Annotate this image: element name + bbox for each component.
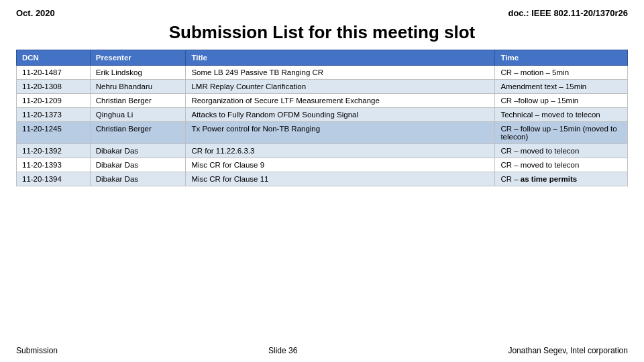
table-row: 11-20-1308Nehru BhandaruLMR Replay Count… [17, 80, 628, 94]
cell-time: CR –follow up – 15min [495, 94, 628, 108]
table-header-row: DCN Presenter Title Time [17, 50, 628, 66]
cell-title: LMR Replay Counter Clarification [186, 80, 495, 94]
table-row: 11-20-1245Christian BergerTx Power contr… [17, 122, 628, 144]
date-label: Oct. 2020 [16, 8, 55, 18]
cell-time: CR – motion – 5min [495, 66, 628, 80]
cell-title: Some LB 249 Passive TB Ranging CR [186, 66, 495, 80]
submission-table: DCN Presenter Title Time 11-20-1487Erik … [16, 50, 628, 186]
doc-label: doc.: IEEE 802.11-20/1370r26 [508, 8, 628, 18]
top-bar: Oct. 2020 doc.: IEEE 802.11-20/1370r26 [16, 8, 628, 18]
cell-title: Attacks to Fully Random OFDM Sounding Si… [186, 108, 495, 122]
cell-time: CR – moved to telecon [495, 144, 628, 158]
cell-presenter: Dibakar Das [90, 144, 186, 158]
table-row: 11-20-1392Dibakar DasCR for 11.22.6.3.3C… [17, 144, 628, 158]
page-title: Submission List for this meeting slot [16, 22, 628, 43]
cell-dcn: 11-20-1373 [17, 108, 91, 122]
table-row: 11-20-1393Dibakar DasMisc CR for Clause … [17, 158, 628, 172]
cell-dcn: 11-20-1308 [17, 80, 91, 94]
cell-presenter: Qinghua Li [90, 108, 186, 122]
footer-center: Slide 36 [268, 346, 297, 355]
footer: Submission Slide 36 Jonathan Segev, Inte… [16, 341, 628, 355]
col-header-title: Title [186, 50, 495, 66]
col-header-time: Time [495, 50, 628, 66]
cell-presenter: Christian Berger [90, 122, 186, 144]
cell-dcn: 11-20-1393 [17, 158, 91, 172]
cell-dcn: 11-20-1392 [17, 144, 91, 158]
cell-presenter: Erik Lindskog [90, 66, 186, 80]
cell-title: Misc CR for Clause 11 [186, 172, 495, 186]
cell-time: CR – moved to telecon [495, 158, 628, 172]
cell-title: Reorganization of Secure LTF Measurement… [186, 94, 495, 108]
cell-dcn: 11-20-1394 [17, 172, 91, 186]
page: Oct. 2020 doc.: IEEE 802.11-20/1370r26 S… [0, 0, 644, 362]
cell-presenter: Christian Berger [90, 94, 186, 108]
cell-dcn: 11-20-1487 [17, 66, 91, 80]
cell-time: Amendment text – 15min [495, 80, 628, 94]
table-row: 11-20-1487Erik LindskogSome LB 249 Passi… [17, 66, 628, 80]
cell-time: CR – as time permits [495, 172, 628, 186]
table-row: 11-20-1209Christian BergerReorganization… [17, 94, 628, 108]
cell-title: CR for 11.22.6.3.3 [186, 144, 495, 158]
cell-dcn: 11-20-1209 [17, 94, 91, 108]
footer-left: Submission [16, 346, 58, 355]
cell-time: Technical – moved to telecon [495, 108, 628, 122]
cell-presenter: Dibakar Das [90, 158, 186, 172]
cell-time: CR – follow up – 15min (moved to telecon… [495, 122, 628, 144]
cell-dcn: 11-20-1245 [17, 122, 91, 144]
cell-presenter: Nehru Bhandaru [90, 80, 186, 94]
col-header-dcn: DCN [17, 50, 91, 66]
col-header-presenter: Presenter [90, 50, 186, 66]
table-row: 11-20-1373Qinghua LiAttacks to Fully Ran… [17, 108, 628, 122]
cell-presenter: Dibakar Das [90, 172, 186, 186]
table-row: 11-20-1394Dibakar DasMisc CR for Clause … [17, 172, 628, 186]
cell-title: Tx Power control for Non-TB Ranging [186, 122, 495, 144]
cell-title: Misc CR for Clause 9 [186, 158, 495, 172]
table-body: 11-20-1487Erik LindskogSome LB 249 Passi… [17, 66, 628, 186]
footer-right: Jonathan Segev, Intel corporation [508, 346, 628, 355]
